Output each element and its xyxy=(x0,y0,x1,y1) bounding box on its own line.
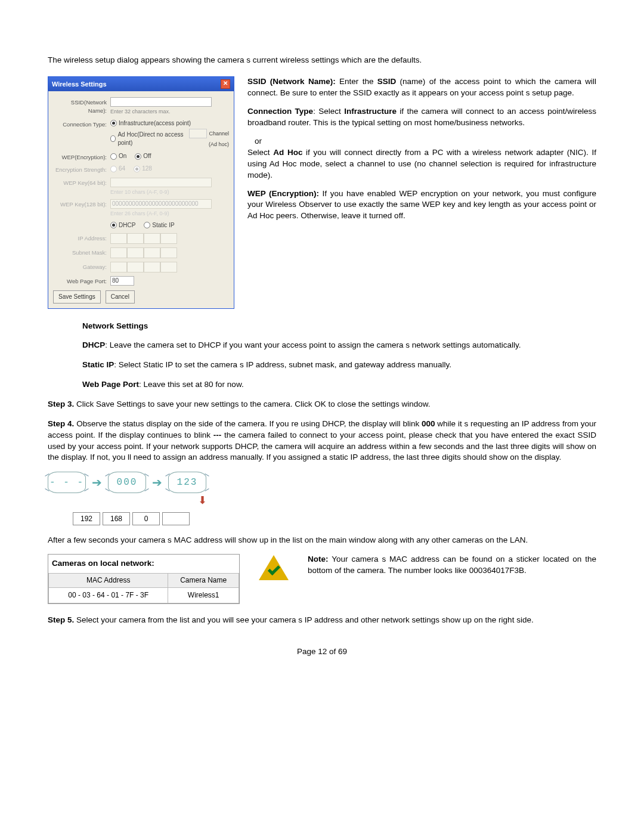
ip-seg xyxy=(127,262,144,272)
col-mac: MAC Address xyxy=(49,574,168,588)
text: : Select xyxy=(313,107,344,116)
text: : Leave the camera set to DHCP if you wa… xyxy=(105,340,521,349)
key64-hint: Enter 10 chars (A-F, 0-9) xyxy=(110,188,229,196)
radio-static-ip[interactable]: Static IP xyxy=(144,221,174,230)
static-ip-label: Static IP xyxy=(152,221,174,230)
ip-seg xyxy=(127,247,144,258)
save-settings-button[interactable]: Save Settings xyxy=(53,290,101,304)
radio-adhoc[interactable]: Ad Hoc(Direct no access point) xyxy=(110,131,185,147)
cell-name: Wireless1 xyxy=(168,588,239,603)
text-bold: Ad Hoc xyxy=(273,148,302,157)
text: Enter the xyxy=(336,77,377,86)
ip-seg xyxy=(110,233,127,244)
enc-128-label: 128 xyxy=(142,165,152,173)
radio-dhcp[interactable]: DHCP xyxy=(110,221,135,230)
key64-label: WEP Key(64 bit): xyxy=(53,178,110,187)
port-label: Web Page Port: xyxy=(53,276,110,285)
wep-heading: WEP (Encryption): xyxy=(247,189,319,198)
table-row[interactable]: 00 - 03 - 64 - 01 - 7F - 3FWireless1 xyxy=(49,588,239,603)
camera-display-123: 123 xyxy=(168,472,206,493)
text-bold: --- xyxy=(213,431,222,439)
text: Select your camera from the list and you… xyxy=(74,615,533,624)
close-icon[interactable]: ✕ xyxy=(221,79,230,89)
intro-paragraph: The wireless setup dialog appears showin… xyxy=(48,55,596,66)
radio-enc-64: 64 xyxy=(110,165,125,173)
arrow-right-icon: ➔ xyxy=(152,474,162,491)
radio-adhoc-label: Ad Hoc(Direct no access point) xyxy=(117,131,185,147)
dialog-title: Wireless Settings xyxy=(52,80,107,89)
or-text: or xyxy=(255,136,596,147)
ip-octet xyxy=(162,512,190,525)
key128-input: 00000000000000000000000000 xyxy=(110,199,212,209)
radio-infra-label: Infrastructure(access point) xyxy=(119,119,191,128)
cell-mac: 00 - 03 - 64 - 01 - 7F - 3F xyxy=(49,588,168,603)
right-column: SSID (Network Name): Enter the SSID (nam… xyxy=(247,76,596,229)
page-footer: Page 12 of 69 xyxy=(48,646,596,658)
text: Click Save Settings to save your new set… xyxy=(74,400,430,408)
ip-octet: 0 xyxy=(132,512,160,525)
cancel-button[interactable]: Cancel xyxy=(106,290,135,304)
ip-octet: 192 xyxy=(73,512,100,525)
camera-display-zeros: 000 xyxy=(108,472,146,493)
cameras-title: Cameras on local network: xyxy=(48,555,239,573)
text: : Select Static IP to set the camera s I… xyxy=(114,360,451,369)
wireless-settings-dialog: Wireless Settings ✕ SSID(Network Name): … xyxy=(48,76,234,308)
gateway-label: Gateway: xyxy=(53,262,110,271)
camera-display-dashes: - - - xyxy=(48,472,86,493)
radio-infrastructure[interactable]: Infrastructure(access point) xyxy=(110,119,191,128)
text-bold: Infrastructure xyxy=(344,107,397,116)
col-name: Camera Name xyxy=(168,574,239,588)
step4-bold: Step 4. xyxy=(48,419,74,428)
ip-seg xyxy=(160,262,177,272)
text-bold: SSID xyxy=(377,77,397,86)
text: : Leave this set at 80 for now. xyxy=(139,380,244,389)
text: Select xyxy=(247,148,273,157)
ip-seg xyxy=(144,262,160,272)
ssid-input[interactable] xyxy=(110,97,212,107)
text: Observe the status display on the side o… xyxy=(74,419,422,428)
wep-off-label: Off xyxy=(143,152,151,160)
channel-sublabel: (Ad hoc) xyxy=(209,141,229,148)
channel-label: Channel xyxy=(209,130,229,138)
ip-seg xyxy=(160,233,177,244)
dhcp-bold: DHCP xyxy=(82,340,105,349)
key128-label: WEP Key(128 bit): xyxy=(53,199,110,208)
conn-heading: Connection Type xyxy=(247,107,313,116)
arrow-right-icon: ➔ xyxy=(92,474,102,491)
wep-on-label: On xyxy=(119,152,126,160)
port-bold: Web Page Port xyxy=(82,380,139,389)
wep-label: WEP(Encryption): xyxy=(53,152,110,161)
ip-seg xyxy=(144,247,160,258)
key64-input xyxy=(110,178,212,187)
radio-wep-on[interactable]: On xyxy=(110,152,126,160)
enc-64-label: 64 xyxy=(119,165,125,173)
note-bold: Note: xyxy=(308,555,329,563)
ip-seg xyxy=(160,247,177,258)
arrow-down-icon: ⬇ xyxy=(198,493,207,508)
step3-bold: Step 3. xyxy=(48,400,74,408)
static-bold: Static IP xyxy=(82,360,114,369)
port-input[interactable]: 80 xyxy=(110,276,134,286)
cameras-table: Cameras on local network: MAC AddressCam… xyxy=(48,554,240,603)
radio-wep-off[interactable]: Off xyxy=(135,152,151,160)
ssid-heading: SSID (Network Name): xyxy=(247,77,336,86)
display-evolution-graphic: - - - ➔ 000 ➔ 123 ⬇ 192 168 0 xyxy=(48,472,596,525)
step5-bold: Step 5. xyxy=(48,615,74,624)
radio-enc-128: 128 xyxy=(134,165,152,173)
ip-address-label: IP Address: xyxy=(53,233,110,242)
ip-seg xyxy=(110,262,127,272)
warning-check-icon xyxy=(258,554,290,581)
connection-type-label: Connection Type: xyxy=(53,119,110,128)
dhcp-label: DHCP xyxy=(119,221,135,230)
enc-strength-label: Encryption Strength: xyxy=(53,165,110,174)
subnet-label: Subnet Mask: xyxy=(53,247,110,256)
text-bold: 000 xyxy=(422,419,435,428)
dialog-titlebar: Wireless Settings ✕ xyxy=(48,77,234,91)
key128-hint: Enter 26 chars (A-F, 0-9) xyxy=(110,210,229,218)
ip-seg xyxy=(110,247,127,258)
ssid-label: SSID(Network Name): xyxy=(53,97,110,114)
after-mac-text: After a few seconds your camera s MAC ad… xyxy=(48,535,596,546)
ssid-hint: Enter 32 characters max. xyxy=(110,108,229,116)
ip-seg xyxy=(127,233,144,244)
channel-select[interactable] xyxy=(189,129,207,138)
